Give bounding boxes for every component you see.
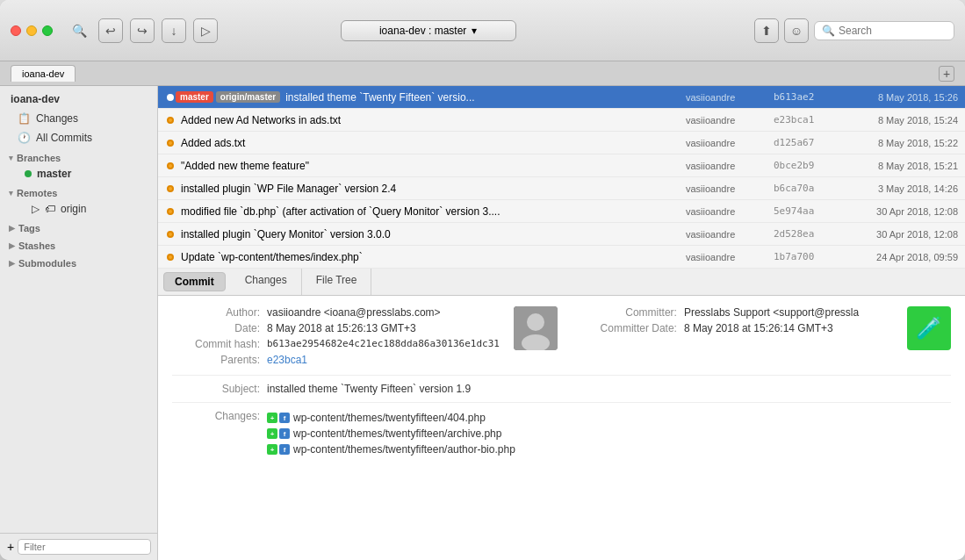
file-icon: + f: [267, 428, 290, 439]
sidebar-submodules-label: Submodules: [18, 258, 76, 269]
subject-value: installed theme `Twenty Fifteen` version…: [267, 383, 951, 395]
commit-graph-line: [165, 254, 176, 261]
sidebar-branches-label: Branches: [17, 153, 61, 163]
close-button[interactable]: [11, 25, 21, 36]
toolbar-fetch-button[interactable]: ↓: [162, 18, 186, 43]
sidebar-filter-input[interactable]: [18, 539, 151, 555]
main-window: 🔍 ↩ ↪ ↓ ▷ ioana-dev : master ▾ ⬆ ☺ 🔍: [0, 0, 965, 560]
sidebar-section-stashes[interactable]: ▶ Stashes: [0, 235, 157, 253]
commit-date: 8 May 2018, 15:21: [835, 161, 958, 171]
commit-author: vasiioandre: [686, 183, 774, 194]
sidebar-footer: +: [0, 533, 157, 560]
sidebar-tags-label: Tags: [18, 223, 40, 233]
toolbar-forward-button[interactable]: ↪: [130, 18, 155, 43]
repo-tab-ioana-dev[interactable]: ioana-dev: [11, 65, 76, 82]
commit-date: 30 Apr 2018, 12:08: [835, 229, 958, 240]
committer-label: Committer:: [572, 306, 677, 319]
commit-hash: 0bce2b9: [774, 160, 835, 171]
commit-hash-value: b613ae2954682e4c21ec188dda86a30136e1dc31: [267, 338, 500, 350]
right-panel: masterorigin/masterinstalled theme `Twen…: [158, 86, 965, 560]
toolbar-right: ⬆ ☺ 🔍: [754, 18, 954, 43]
tab-file-tree[interactable]: File Tree: [302, 269, 372, 295]
commit-row[interactable]: Added ads.txtvasiioandred125a678 May 201…: [158, 132, 965, 154]
sidebar-remote-origin[interactable]: ▷ 🏷 origin: [0, 200, 157, 218]
commit-tag: origin/master: [216, 91, 280, 103]
change-file[interactable]: + f wp-content/themes/twentyfifteen/arch…: [267, 426, 951, 442]
sidebar-stashes-label: Stashes: [18, 241, 55, 251]
parents-value[interactable]: e23bca1: [267, 354, 500, 366]
commit-row[interactable]: installed plugin `WP File Manager` versi…: [158, 177, 965, 200]
commit-date: 8 May 2018, 15:22: [835, 138, 958, 148]
commit-graph-line: [165, 162, 176, 169]
change-file[interactable]: + f wp-content/themes/twentyfifteen/auth…: [267, 442, 951, 457]
committer-date-label: Committer Date:: [572, 322, 677, 334]
branch-selector-text: ioana-dev : master: [379, 25, 466, 37]
maximize-button[interactable]: [42, 25, 53, 36]
sidebar-branch-master[interactable]: master: [0, 165, 157, 183]
author-avatar-image: [514, 306, 558, 350]
tags-chevron-icon: ▶: [9, 224, 15, 233]
commit-dot: [167, 185, 174, 192]
file-icon: + f: [267, 444, 290, 455]
face-icon: ☺: [790, 24, 803, 38]
commit-row[interactable]: modified file `db.php` (after activation…: [158, 200, 965, 223]
commit-date: 3 May 2018, 14:26: [835, 183, 958, 194]
toolbar-search-button[interactable]: 🔍: [67, 18, 91, 43]
commit-dot: [167, 117, 174, 124]
titlebar: 🔍 ↩ ↪ ↓ ▷ ioana-dev : master ▾ ⬆ ☺ 🔍: [0, 0, 965, 61]
commit-row[interactable]: Update `wp-content/themes/index.php`vasi…: [158, 246, 965, 269]
sidebar-section-submodules[interactable]: ▶ Submodules: [0, 253, 157, 270]
change-file[interactable]: + f wp-content/themes/twentyfifteen/404.…: [267, 410, 951, 426]
commit-list: masterorigin/masterinstalled theme `Twen…: [158, 86, 965, 269]
minimize-button[interactable]: [26, 25, 37, 36]
commit-hash: e23bca1: [774, 114, 835, 126]
push-icon: ▷: [201, 24, 211, 38]
toolbar-share-button[interactable]: ⬆: [754, 18, 779, 43]
commit-message: Added new Ad Networks in ads.txt: [181, 114, 686, 126]
commit-row[interactable]: Added new Ad Networks in ads.txtvasiioan…: [158, 109, 965, 132]
commit-hash: b613ae2: [774, 91, 835, 103]
parents-label: Parents:: [172, 354, 260, 366]
traffic-lights: [11, 25, 53, 36]
branches-chevron-icon: ▾: [9, 154, 13, 162]
branch-selector[interactable]: ioana-dev : master ▾: [341, 20, 516, 41]
commit-message: installed theme `Twenty Fifteen` versio.…: [285, 91, 686, 104]
date-label: Date:: [172, 322, 260, 334]
sidebar-section-tags[interactable]: ▶ Tags: [0, 218, 157, 235]
sidebar-item-all-commits[interactable]: 🕐 All Commits: [0, 128, 157, 147]
sidebar-item-changes[interactable]: 📋 Changes: [0, 109, 157, 128]
add-repo-tab-button[interactable]: +: [939, 66, 954, 82]
search-input[interactable]: [839, 25, 947, 37]
add-item-button[interactable]: +: [7, 540, 14, 554]
sidebar-changes-label: Changes: [36, 112, 78, 125]
tab-changes[interactable]: Changes: [231, 269, 302, 295]
commit-graph-line: [165, 208, 176, 215]
sidebar-section-remotes[interactable]: ▾ Remotes: [0, 183, 157, 200]
file-icon: + f: [267, 413, 290, 423]
tab-commit[interactable]: Commit: [163, 272, 226, 291]
author-value: vasiioandre <ioana@presslabs.com>: [267, 306, 500, 319]
search-box: 🔍: [814, 21, 954, 40]
sidebar: ioana-dev 📋 Changes 🕐 All Commits ▾ Bran…: [0, 86, 158, 560]
toolbar-face-button[interactable]: ☺: [784, 18, 809, 43]
commit-author: vasiioandre: [686, 138, 774, 148]
sidebar-remotes-label: Remotes: [17, 188, 57, 198]
commit-date: 24 Apr 2018, 09:59: [835, 252, 958, 262]
commit-row[interactable]: masterorigin/masterinstalled theme `Twen…: [158, 86, 965, 109]
subject-label: Subject:: [172, 383, 260, 395]
author-avatar: [514, 306, 558, 350]
sidebar-section-branches[interactable]: ▾ Branches: [0, 147, 157, 165]
remotes-chevron-icon: ▾: [9, 189, 13, 197]
commit-hash-label: Commit hash:: [172, 338, 260, 350]
commit-hash: 2d528ea: [774, 228, 835, 240]
changed-files-list: + f wp-content/themes/twentyfifteen/404.…: [267, 410, 951, 457]
commit-hash: d125a67: [774, 137, 835, 148]
toolbar-push-button[interactable]: ▷: [193, 18, 218, 43]
commit-graph-line: [165, 94, 176, 101]
commit-row[interactable]: "Added new theme feature"vasiioandre0bce…: [158, 154, 965, 177]
toolbar-back-button[interactable]: ↩: [98, 18, 123, 43]
stashes-chevron-icon: ▶: [9, 241, 15, 250]
commit-row[interactable]: installed plugin `Query Monitor` version…: [158, 223, 965, 246]
commit-tag: master: [176, 91, 213, 103]
search-icon: 🔍: [822, 25, 835, 37]
